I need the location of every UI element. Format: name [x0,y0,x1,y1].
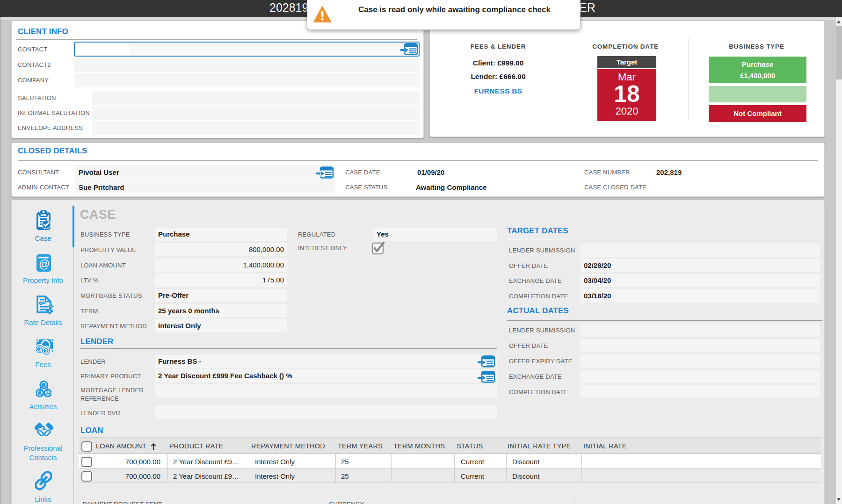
svg-text:@: @ [39,258,50,270]
svg-text:1: 1 [39,346,42,352]
svg-text:1: 1 [45,348,48,353]
